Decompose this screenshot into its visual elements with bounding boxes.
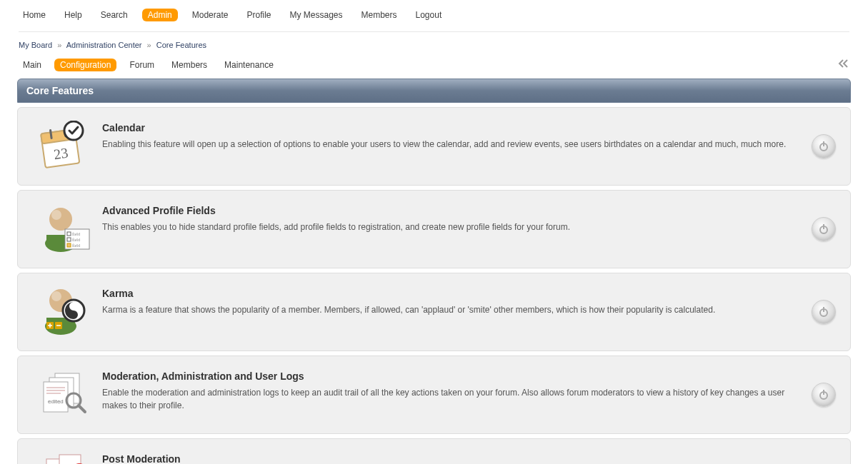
breadcrumb-admin-center[interactable]: Administration Center bbox=[66, 41, 142, 49]
svg-text:23: 23 bbox=[53, 145, 69, 163]
nav-help[interactable]: Help bbox=[60, 9, 86, 21]
karma-icon bbox=[28, 286, 102, 338]
secondary-nav: Main Configuration Forum Members Mainten… bbox=[0, 54, 868, 79]
collapse-icon[interactable] bbox=[838, 59, 849, 70]
nav-my-messages[interactable]: My Messages bbox=[285, 9, 346, 21]
svg-point-24 bbox=[51, 291, 61, 301]
nav-admin[interactable]: Admin bbox=[142, 9, 178, 21]
svg-text:edited: edited bbox=[48, 398, 64, 405]
nav-moderate[interactable]: Moderate bbox=[188, 9, 233, 21]
primary-nav: Home Help Search Admin Moderate Profile … bbox=[0, 0, 868, 27]
feature-desc: Enabling this feature will open up a sel… bbox=[102, 138, 797, 151]
svg-point-10 bbox=[49, 208, 72, 231]
svg-line-2 bbox=[51, 131, 52, 138]
toggle-logs[interactable] bbox=[812, 383, 836, 407]
svg-point-11 bbox=[51, 210, 61, 220]
nav-home[interactable]: Home bbox=[19, 9, 50, 21]
nav-logout[interactable]: Logout bbox=[411, 9, 447, 21]
breadcrumb-core-features[interactable]: Core Features bbox=[156, 41, 206, 49]
toggle-karma[interactable] bbox=[812, 300, 836, 324]
profile-fields-icon: field field field bbox=[28, 203, 102, 255]
svg-point-29 bbox=[72, 313, 75, 316]
feature-desc: Karma is a feature that shows the popula… bbox=[102, 303, 797, 316]
panel-title: Core Features bbox=[17, 79, 851, 103]
calendar-icon: 23 bbox=[28, 121, 102, 172]
logs-icon: edited bbox=[28, 369, 102, 420]
svg-rect-17 bbox=[67, 243, 71, 247]
breadcrumb: My Board » Administration Center » Core … bbox=[0, 32, 868, 54]
feature-title: Advanced Profile Fields bbox=[102, 205, 797, 216]
nav-profile[interactable]: Profile bbox=[242, 9, 275, 21]
svg-line-40 bbox=[79, 405, 85, 412]
svg-text:field: field bbox=[72, 243, 80, 248]
feature-advanced-profile-fields: field field field Advanced Profile Field… bbox=[17, 190, 851, 268]
toggle-profile-fields[interactable] bbox=[812, 217, 836, 241]
feature-title: Moderation, Administration and User Logs bbox=[102, 370, 797, 382]
subnav-members[interactable]: Members bbox=[167, 59, 211, 71]
svg-rect-34 bbox=[44, 382, 68, 412]
subnav-configuration[interactable]: Configuration bbox=[54, 59, 116, 71]
toggle-calendar[interactable] bbox=[812, 134, 836, 158]
subnav-maintenance[interactable]: Maintenance bbox=[220, 59, 278, 71]
feature-title: Calendar bbox=[102, 122, 797, 133]
breadcrumb-board[interactable]: My Board bbox=[19, 41, 52, 49]
feature-title: Karma bbox=[102, 288, 797, 299]
subnav-main[interactable]: Main bbox=[19, 59, 46, 71]
svg-text:field: field bbox=[72, 232, 80, 236]
post-moderation-icon bbox=[28, 452, 102, 464]
feature-post-moderation: Post Moderation bbox=[17, 438, 851, 464]
feature-desc: This enables you to hide standard profil… bbox=[102, 221, 797, 233]
feature-calendar: 23 Calendar Enabling this feature will o… bbox=[17, 107, 851, 186]
svg-rect-44 bbox=[59, 455, 81, 464]
subnav-forum[interactable]: Forum bbox=[125, 59, 159, 71]
feature-desc: Enable the moderation and administration… bbox=[102, 386, 797, 412]
feature-title: Post Moderation bbox=[102, 453, 822, 464]
feature-karma: Karma Karma is a feature that shows the … bbox=[17, 273, 851, 351]
nav-members[interactable]: Members bbox=[357, 9, 401, 21]
svg-text:field: field bbox=[72, 238, 80, 242]
nav-search[interactable]: Search bbox=[96, 9, 132, 21]
svg-point-28 bbox=[72, 305, 75, 308]
feature-logs: edited Moderation, Administration and Us… bbox=[17, 355, 851, 434]
